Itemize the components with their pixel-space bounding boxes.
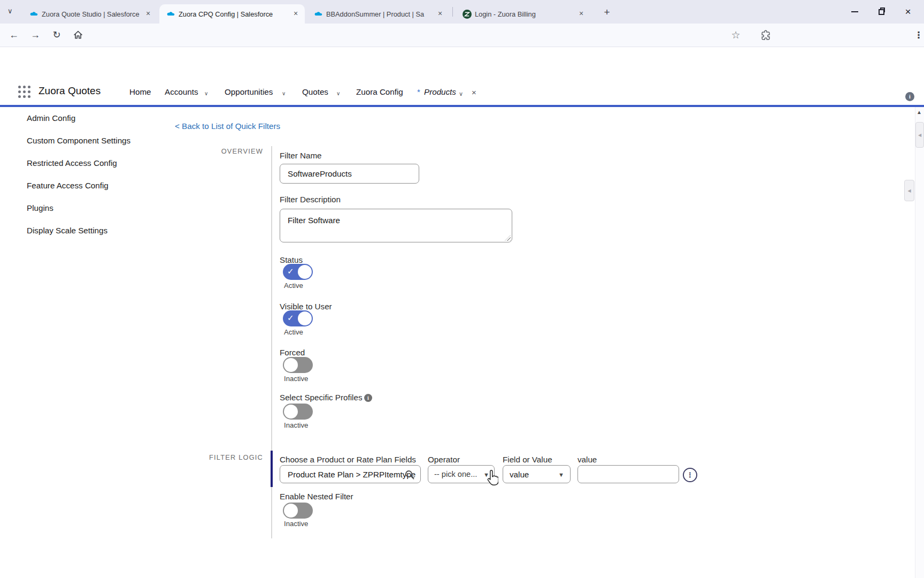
toggle-knob [284, 504, 298, 518]
profiles-info-icon[interactable]: i [364, 394, 372, 402]
nav-tab-accounts[interactable]: Accounts [165, 87, 198, 96]
operator-value: -- pick one... [434, 470, 477, 478]
page-content: Admin Config Custom Component Settings R… [0, 107, 915, 578]
product-field-lookup-input[interactable]: Product Rate Plan > ZPRPItemtype [280, 465, 421, 483]
window-minimize-button[interactable] [847, 4, 862, 19]
nav-tab-zuora-config[interactable]: Zuora Config [356, 87, 403, 96]
select-specific-profiles-label: Select Specific Profiles [280, 393, 362, 402]
close-tab-icon[interactable]: × [472, 88, 476, 97]
tab-strip: ∨ Zuora Quote Studio | Salesforce × Zuor… [0, 0, 924, 24]
new-tab-button[interactable]: + [600, 5, 614, 19]
sidebar-item-feature-access-config[interactable]: Feature Access Config [27, 181, 109, 190]
side-panel-toggle[interactable]: ◀ [904, 180, 914, 201]
scroll-up-icon[interactable]: ▲ [917, 109, 922, 115]
textarea-resize-handle[interactable] [505, 235, 511, 241]
sidebar-item-display-scale-settings[interactable]: Display Scale Settings [27, 226, 107, 235]
tab-search-chevron-icon[interactable]: ∨ [7, 7, 13, 15]
app-navigation-bar: Zuora Quotes Home Accounts ∨ Opportuniti… [0, 78, 924, 107]
browser-tab-3[interactable]: BBAddonSummer | Product | Sa × [307, 4, 449, 24]
extensions-puzzle-icon[interactable] [758, 27, 773, 42]
sidebar-item-restricted-access-config[interactable]: Restricted Access Config [27, 158, 117, 168]
sidebar-item-plugins[interactable]: Plugins [27, 203, 53, 212]
nav-tab-opportunities[interactable]: Opportunities [225, 87, 273, 96]
nav-tab-products-active[interactable]: Products [424, 87, 456, 96]
forced-state: Inactive [284, 375, 308, 383]
field-or-value-label: Field or Value [503, 455, 552, 464]
app-launcher-waffle-icon[interactable] [17, 85, 32, 101]
filter-name-input[interactable]: SoftwareProducts [280, 164, 419, 184]
value-input[interactable] [578, 465, 679, 483]
chevron-down-icon[interactable]: ∨ [282, 90, 286, 96]
close-icon[interactable]: × [291, 9, 301, 19]
home-icon[interactable] [71, 27, 86, 42]
toggle-knob [284, 358, 298, 372]
browser-tab-4[interactable]: Login - Zuora Billing × [456, 4, 590, 24]
salesforce-cloud-icon [29, 9, 38, 19]
filter-logic-active-border [271, 451, 273, 487]
enable-nested-filter-toggle[interactable] [283, 503, 313, 519]
forward-icon[interactable]: → [28, 27, 43, 42]
lookup-search-icon[interactable] [404, 469, 415, 482]
tab-title: BBAddonSummer | Product | Sa [326, 10, 432, 18]
filter-description-label: Filter Description [280, 195, 341, 204]
page-scrollbar[interactable]: ▲ ◀ [915, 107, 924, 578]
operator-label: Operator [428, 455, 460, 464]
nav-tab-home[interactable]: Home [129, 87, 151, 96]
window-close-button[interactable]: × [900, 4, 915, 19]
toggle-knob [298, 265, 312, 279]
scrollbar-thumb[interactable]: ◀ [915, 122, 924, 148]
field-or-value-value: value [510, 470, 529, 479]
close-icon[interactable]: × [576, 9, 586, 19]
sidebar-item-custom-component-settings[interactable]: Custom Component Settings [27, 136, 130, 145]
nav-info-icon[interactable]: i [905, 92, 914, 101]
chevron-down-icon[interactable]: ∨ [459, 90, 463, 97]
back-icon[interactable]: ← [6, 27, 21, 42]
mouse-pointer-cursor [486, 470, 498, 488]
select-specific-profiles-toggle[interactable] [283, 404, 313, 420]
check-icon: ✓ [287, 267, 294, 276]
forced-toggle[interactable] [283, 357, 313, 373]
filter-name-value: SoftwareProducts [288, 169, 352, 178]
select-caret-icon: ▼ [558, 471, 564, 478]
bookmark-star-icon[interactable]: ☆ [728, 27, 743, 42]
value-label: value [578, 455, 597, 464]
filter-description-textarea[interactable]: Filter Software [280, 209, 512, 242]
zuora-logo-icon [462, 9, 472, 19]
field-or-value-select[interactable]: value ▼ [503, 465, 571, 483]
tab-title: Zuora CPQ Config | Salesforce [179, 10, 288, 18]
close-icon[interactable]: × [435, 9, 445, 19]
salesforce-global-header: Search... ★ ▼ + ? ⚙ [0, 47, 924, 78]
check-icon: ✓ [287, 313, 294, 323]
sidebar-item-admin-config[interactable]: Admin Config [27, 113, 75, 123]
product-field-label: Choose a Product or Rate Plan Fields [280, 455, 416, 464]
tab-title: Login - Zuora Billing [475, 10, 573, 18]
filter-logic-section-label: FILTER LOGIC [203, 453, 263, 461]
browser-menu-kebab-icon[interactable]: ⋮ [911, 27, 924, 42]
app-name: Zuora Quotes [38, 85, 101, 97]
product-field-value: Product Rate Plan > ZPRPItemtype [288, 470, 415, 479]
tab-separator [452, 7, 453, 17]
back-to-quick-filters-link[interactable]: < Back to List of Quick Filters [175, 121, 280, 131]
status-toggle[interactable]: ✓ [283, 264, 313, 280]
operator-select[interactable]: -- pick one... ▼ [428, 465, 495, 483]
chevron-down-icon[interactable]: ∨ [204, 90, 208, 96]
browser-tab-1[interactable]: Zuora Quote Studio | Salesforce × [22, 4, 157, 24]
window-restore-button[interactable] [874, 4, 889, 19]
salesforce-cloud-icon [166, 9, 175, 19]
status-state: Active [284, 282, 303, 290]
browser-tab-2-active[interactable]: Zuora CPQ Config | Salesforce × [159, 4, 305, 24]
filter-description-value: Filter Software [288, 216, 340, 225]
select-specific-profiles-state: Inactive [284, 421, 308, 429]
chevron-down-icon[interactable]: ∨ [336, 90, 340, 96]
nav-tab-quotes[interactable]: Quotes [302, 87, 328, 96]
section-divider [271, 146, 272, 451]
reload-icon[interactable]: ↻ [49, 27, 64, 42]
section-divider [271, 487, 272, 538]
overview-section-label: OVERVIEW [203, 147, 263, 155]
row-options-icon[interactable]: ⋮ [683, 468, 697, 482]
visible-to-user-toggle[interactable]: ✓ [283, 310, 313, 326]
status-label: Status [280, 255, 303, 264]
enable-nested-filter-state: Inactive [284, 520, 308, 528]
close-icon[interactable]: × [143, 9, 153, 19]
browser-window: ∨ Zuora Quote Studio | Salesforce × Zuor… [0, 0, 924, 578]
